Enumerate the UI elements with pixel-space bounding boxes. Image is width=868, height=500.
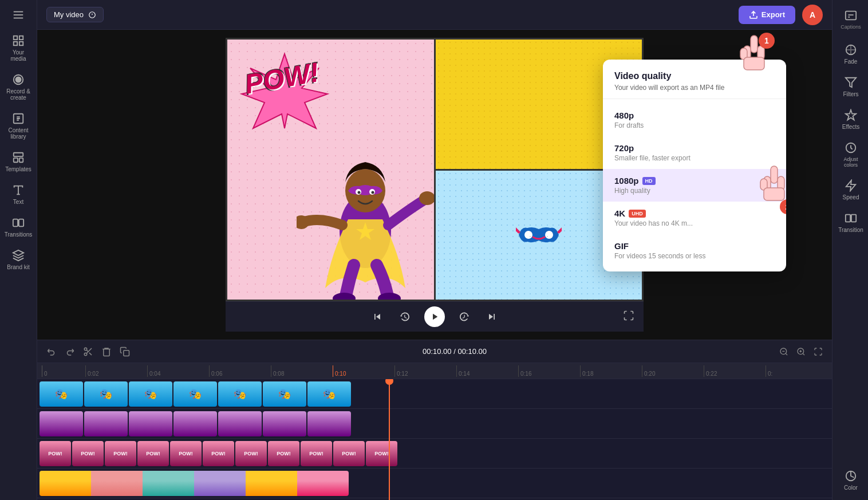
quality-option-1080p[interactable]: 1080p HD High quality (603, 169, 786, 202)
sidebar-item-brand-kit[interactable]: Brand kit (2, 245, 35, 275)
clip-pow-8[interactable]: POW! (268, 441, 299, 466)
skip-forward-button[interactable] (484, 309, 500, 325)
clip-pow-9[interactable]: POW! (301, 441, 332, 466)
clip-hero-2[interactable] (84, 411, 128, 436)
clip-hero-6[interactable] (263, 411, 306, 436)
svg-rect-36 (764, 188, 784, 200)
clip-pow-2[interactable]: POW! (72, 441, 104, 466)
quality-label-480p: 480p (614, 111, 644, 120)
user-avatar[interactable]: A (802, 5, 823, 25)
sidebar-item-filters[interactable]: Filters (834, 72, 867, 102)
quality-desc-gif: For videos 15 seconds or less (614, 252, 705, 260)
play-pause-button[interactable] (424, 306, 445, 327)
quality-label-720p: 720p (614, 143, 691, 153)
clip-blue-2[interactable]: 🎭 (84, 381, 128, 407)
sidebar-item-templates[interactable]: Templates (2, 147, 35, 177)
sidebar-label-adjust-colors: Adjust colors (837, 156, 865, 168)
quality-header: Video quality Your video will export as … (603, 60, 786, 99)
clip-pow-1[interactable]: POW! (40, 441, 71, 466)
svg-rect-4 (19, 36, 23, 40)
svg-rect-52 (851, 215, 856, 222)
svg-rect-10 (14, 153, 23, 156)
sidebar-item-adjust-colors[interactable]: Adjust colors (834, 137, 867, 172)
clip-blue-4[interactable]: 🎭 (173, 381, 217, 407)
clip-pow-10[interactable]: POW! (333, 441, 365, 466)
skip-back-button[interactable] (369, 309, 385, 325)
forward-5s-button[interactable] (456, 309, 472, 325)
clip-blue-7[interactable]: 🎭 (307, 381, 351, 407)
sidebar-item-transition[interactable]: Transition (834, 207, 867, 238)
sidebar-label-record-create: Record & create (4, 88, 33, 101)
quality-option-480p[interactable]: 480p For drafts (603, 104, 786, 136)
track-content-3: POW! POW! POW! POW! POW! POW! POW! POW! … (37, 439, 832, 468)
svg-rect-11 (14, 158, 18, 162)
quality-label-1080p: 1080p HD (614, 176, 656, 186)
sidebar-item-your-media[interactable]: Your media (2, 30, 35, 66)
sidebar-item-fade[interactable]: Fade (834, 39, 867, 69)
svg-rect-44 (124, 350, 129, 356)
quality-dropdown: Video quality Your video will export as … (603, 60, 786, 271)
sidebar-item-speed[interactable]: Speed (834, 175, 867, 205)
fit-timeline-button[interactable] (811, 345, 825, 359)
zoom-out-button[interactable] (777, 345, 791, 359)
svg-point-22 (371, 191, 374, 194)
zoom-in-button[interactable] (794, 345, 808, 359)
clip-hero-4[interactable] (173, 411, 217, 436)
clip-comic-main[interactable] (40, 471, 349, 496)
sidebar-item-content-library[interactable]: Content library (2, 108, 35, 144)
sidebar-label-color: Color (844, 485, 858, 491)
top-bar: My video Export A (37, 0, 832, 30)
clip-blue-3[interactable]: 🎭 (129, 381, 172, 407)
quality-title: Video quality (614, 71, 775, 81)
sidebar-item-color[interactable]: Color (834, 465, 867, 495)
content-area: POW! (37, 30, 832, 340)
sidebar-label-transitions: Transitions (5, 231, 33, 238)
sidebar-item-effects[interactable]: Effects (834, 104, 867, 135)
clip-pow-3[interactable]: POW! (105, 441, 136, 466)
undo-button[interactable] (44, 344, 59, 359)
cursor-hand-2-overlay: 2 (757, 163, 786, 211)
svg-marker-49 (846, 78, 856, 88)
track-row-1: 🎭 🎭 🎭 🎭 🎭 🎭 (37, 379, 832, 409)
sidebar-item-text[interactable]: Text (2, 179, 35, 210)
svg-rect-32 (771, 166, 778, 183)
project-name[interactable]: My video (46, 7, 104, 22)
fullscreen-button[interactable] (623, 310, 634, 324)
sidebar-item-record-create[interactable]: Record & create (2, 69, 35, 105)
clip-pow-5[interactable]: POW! (170, 441, 202, 466)
clip-pow-6[interactable]: POW! (203, 441, 234, 466)
sidebar-label-content-library: Content library (4, 127, 33, 140)
track-content-4 (37, 468, 832, 498)
rewind-5s-button[interactable] (397, 309, 413, 325)
timeline-ruler: 0 0:02 0:04 0:06 0:08 0:10 0:12 0:14 0:1… (37, 363, 832, 379)
time-display-container: 00:10.00 / 00:10.00 (136, 347, 774, 356)
timeline: 00:10.00 / 00:10.00 (37, 340, 832, 500)
redo-button[interactable] (62, 344, 77, 359)
quality-desc-480p: For drafts (614, 121, 644, 129)
clip-pow-7[interactable]: POW! (235, 441, 267, 466)
quality-desc-720p: Smaller file, faster export (614, 154, 691, 162)
svg-point-42 (84, 348, 87, 351)
delete-button[interactable] (99, 344, 114, 359)
quality-option-gif[interactable]: GIF For videos 15 seconds or less (603, 234, 786, 267)
clip-hero-5[interactable] (218, 411, 262, 436)
sidebar-item-transitions[interactable]: Transitions (2, 212, 35, 242)
hamburger-menu[interactable] (2, 5, 35, 25)
clip-hero-3[interactable] (129, 411, 172, 436)
sidebar-label-templates: Templates (5, 166, 31, 172)
sidebar-label-text: Text (13, 199, 23, 205)
export-label: Export (762, 10, 785, 19)
clip-hero-1[interactable] (40, 411, 83, 436)
export-button[interactable]: Export (739, 6, 795, 24)
sidebar-item-captions[interactable]: Captions (834, 5, 867, 34)
clip-pow-11[interactable]: POW! (366, 441, 397, 466)
clip-hero-7[interactable] (307, 411, 351, 436)
svg-rect-13 (13, 219, 18, 227)
clip-blue-1[interactable]: 🎭 (40, 381, 83, 407)
clip-pow-4[interactable]: POW! (137, 441, 169, 466)
clip-blue-6[interactable]: 🎭 (263, 381, 306, 407)
duplicate-button[interactable] (117, 344, 132, 359)
clip-blue-5[interactable]: 🎭 (218, 381, 262, 407)
cut-button[interactable] (81, 344, 96, 359)
timeline-toolbar: 00:10.00 / 00:10.00 (37, 340, 832, 363)
